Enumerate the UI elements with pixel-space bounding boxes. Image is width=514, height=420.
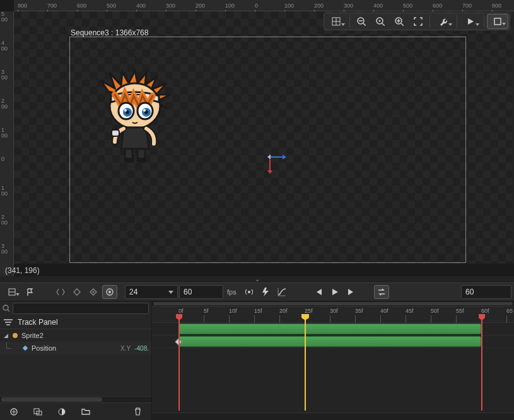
playback-toolbar: 24 60 fps 60 <box>0 283 514 301</box>
broadcast-button[interactable] <box>242 285 257 299</box>
track-list: ◢ Sprite2 Position X.Y -408. <box>0 329 151 396</box>
keyframe-delete-button[interactable] <box>69 285 85 299</box>
grid-options-button[interactable] <box>325 14 347 29</box>
origin-gizmo[interactable]: ✦ <box>261 149 286 175</box>
track-panel-scrollbar[interactable] <box>0 396 151 402</box>
track-label: Sprite2 <box>21 332 149 339</box>
svg-line-39 <box>8 310 9 312</box>
bottom-panel: 24 60 fps 60 Track Panel <box>0 283 514 420</box>
clip[interactable] <box>178 324 481 334</box>
svg-point-0 <box>110 83 160 129</box>
svg-rect-11 <box>125 149 132 159</box>
svg-point-6 <box>124 109 127 112</box>
timeline-track[interactable] <box>152 323 514 335</box>
svg-point-43 <box>13 333 18 338</box>
svg-rect-10 <box>112 130 119 136</box>
svg-point-13 <box>124 158 134 163</box>
auto-key-button[interactable] <box>102 285 117 299</box>
expand-arrow-icon[interactable]: ◢ <box>3 332 9 339</box>
clipping-mask-button[interactable] <box>29 404 47 419</box>
svg-rect-28 <box>494 18 501 25</box>
folder-button[interactable] <box>77 404 95 419</box>
go-start-button[interactable] <box>311 285 326 299</box>
svg-point-35 <box>248 291 250 293</box>
timeline-scrollbar[interactable] <box>152 412 514 420</box>
range-end-marker[interactable] <box>481 315 482 411</box>
svg-point-38 <box>3 305 8 310</box>
fps-select[interactable]: 24 <box>125 285 178 299</box>
gizmo-x-arrow <box>283 155 286 160</box>
playhead[interactable] <box>305 315 306 411</box>
key-diamond-icon <box>21 346 29 351</box>
tools-menu-button[interactable] <box>433 14 454 29</box>
viewport[interactable]: Sequence3 : 1366x768 ✦ <box>14 11 514 264</box>
tree-line <box>3 342 10 354</box>
delete-track-button[interactable] <box>129 404 146 419</box>
track-search-input[interactable] <box>13 303 149 314</box>
dope-mode-button[interactable] <box>3 285 21 299</box>
cursor-coordinates: (341, 196) <box>5 266 40 275</box>
flag-button[interactable] <box>23 285 38 299</box>
loop-button[interactable] <box>374 285 389 299</box>
search-icon <box>3 305 10 312</box>
keyframe-split-button[interactable] <box>53 285 68 299</box>
preview-play-button[interactable] <box>460 14 481 29</box>
svg-line-22 <box>382 23 385 26</box>
canvas-frame-button[interactable] <box>487 14 508 29</box>
svg-point-23 <box>379 20 381 22</box>
go-end-button[interactable] <box>344 285 359 299</box>
color-adjust-button[interactable] <box>53 404 71 419</box>
filter-icon[interactable] <box>4 319 13 325</box>
sequence-label: Sequence3 : 1366x768 <box>71 28 148 37</box>
svg-line-25 <box>401 23 404 26</box>
track-panel-title: Track Panel <box>18 318 58 327</box>
track-row-param[interactable]: Position X.Y -408. <box>0 342 151 354</box>
ruler-horizontal[interactable]: 8007006005004003002001000100200300400500… <box>14 0 514 11</box>
clip[interactable] <box>178 336 481 347</box>
track-panel-footer <box>0 402 151 420</box>
add-track-button[interactable] <box>5 404 23 419</box>
track-row-asset[interactable]: ◢ Sprite2 <box>0 329 151 342</box>
fps-value-field[interactable]: 60 <box>179 285 223 299</box>
zoom-reset-button[interactable] <box>371 14 389 29</box>
canvas-toolbar <box>324 13 510 30</box>
keyframe-add-button[interactable] <box>86 285 101 299</box>
ruler-vertical[interactable]: 5004003002001000100200300 <box>0 11 14 276</box>
fps-label: fps <box>227 288 237 296</box>
sprite-icon <box>11 332 19 339</box>
fit-screen-button[interactable] <box>409 14 427 29</box>
svg-line-19 <box>363 23 366 26</box>
timeline-ruler[interactable]: 0f5f10f15f20f25f30f35f40f45f50f55f60f65 <box>152 306 514 323</box>
current-frame-field[interactable]: 60 <box>461 285 511 299</box>
timeline: 0f5f10f15f20f25f30f35f40f45f50f55f60f65 <box>152 301 514 420</box>
svg-rect-44 <box>23 346 28 351</box>
param-suffix: X.Y <box>120 345 131 352</box>
svg-point-9 <box>143 109 146 112</box>
sprite-instance[interactable] <box>96 69 178 164</box>
panel-divider[interactable] <box>0 276 514 283</box>
canvas-area: 8007006005004003002001000100200300400500… <box>0 0 514 276</box>
gizmo-y-arrow <box>267 170 272 174</box>
timeline-track[interactable] <box>152 335 514 348</box>
event-button[interactable] <box>258 285 273 299</box>
gizmo-y-axis[interactable] <box>269 159 271 172</box>
gizmo-x-axis[interactable] <box>270 156 284 158</box>
play-button[interactable] <box>327 285 342 299</box>
track-panel: Track Panel ◢ Sprite2 Position X.Y -408. <box>0 301 152 420</box>
timeline-body[interactable] <box>152 323 514 412</box>
zoom-out-button[interactable] <box>353 14 370 29</box>
svg-point-14 <box>136 158 146 163</box>
svg-point-34 <box>108 291 111 293</box>
curve-editor-button[interactable] <box>274 285 289 299</box>
svg-rect-12 <box>137 149 145 159</box>
zoom-in-button[interactable] <box>390 14 408 29</box>
timeline-overview[interactable] <box>152 301 514 306</box>
param-label: Position <box>32 344 118 352</box>
param-value[interactable]: -408. <box>134 345 149 352</box>
range-start-marker[interactable] <box>178 315 180 411</box>
